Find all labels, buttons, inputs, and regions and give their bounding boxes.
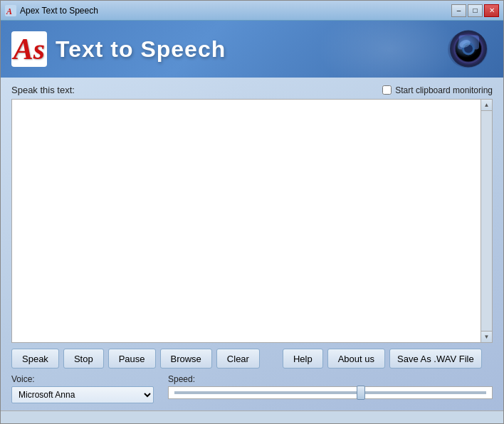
voice-select[interactable]: Microsoft Anna Microsoft David Microsoft… [11, 386, 154, 403]
scroll-down-button[interactable]: ▼ [481, 331, 492, 342]
status-bar [1, 410, 503, 423]
speak-label-row: Speak this text: Start clipboard monitor… [11, 85, 493, 95]
scroll-track [481, 111, 492, 331]
app-icon: A [5, 5, 16, 16]
main-window: A Apex Text to Speech – □ ✕ As Text to S… [0, 0, 504, 424]
app-title: Text to Speech [56, 36, 226, 63]
text-input[interactable] [12, 100, 481, 342]
window-title: Apex Text to Speech [20, 6, 451, 16]
speed-label: Speed: [168, 374, 493, 384]
speaker-icon [443, 26, 493, 73]
scrollbar[interactable]: ▲ ▼ [481, 100, 492, 342]
voice-section: Voice: Microsoft Anna Microsoft David Mi… [11, 374, 154, 403]
help-button[interactable]: Help [283, 349, 323, 369]
browse-button[interactable]: Browse [160, 349, 212, 369]
svg-text:A: A [6, 6, 12, 16]
minimize-button[interactable]: – [451, 4, 466, 17]
title-bar: A Apex Text to Speech – □ ✕ [1, 1, 503, 21]
about-button[interactable]: About us [327, 349, 385, 369]
pause-button[interactable]: Pause [108, 349, 156, 369]
buttons-row: Speak Stop Pause Browse Clear Help About… [11, 349, 493, 369]
header-logo: As [11, 31, 47, 67]
scroll-up-button[interactable]: ▲ [481, 100, 492, 111]
speed-section: Speed: [168, 374, 493, 399]
save-wav-button[interactable]: Save As .WAV File [389, 349, 482, 369]
speak-button[interactable]: Speak [11, 349, 59, 369]
clipboard-row: Start clipboard monitoring [382, 85, 493, 95]
clear-button[interactable]: Clear [216, 349, 260, 369]
bottom-controls: Voice: Microsoft Anna Microsoft David Mi… [11, 374, 493, 403]
speed-slider-wrapper [168, 386, 493, 399]
main-content: Speak this text: Start clipboard monitor… [1, 78, 503, 410]
speak-label: Speak this text: [11, 85, 75, 95]
window-controls: – □ ✕ [451, 4, 499, 17]
clipboard-checkbox[interactable] [382, 85, 392, 95]
speed-slider[interactable] [174, 391, 486, 394]
voice-label: Voice: [11, 374, 154, 384]
maximize-button[interactable]: □ [468, 4, 483, 17]
text-area-wrapper: ▲ ▼ [11, 99, 493, 343]
clipboard-label[interactable]: Start clipboard monitoring [395, 85, 493, 95]
close-button[interactable]: ✕ [484, 4, 499, 17]
header-banner: As Text to Speech [1, 21, 503, 78]
stop-button[interactable]: Stop [63, 349, 104, 369]
